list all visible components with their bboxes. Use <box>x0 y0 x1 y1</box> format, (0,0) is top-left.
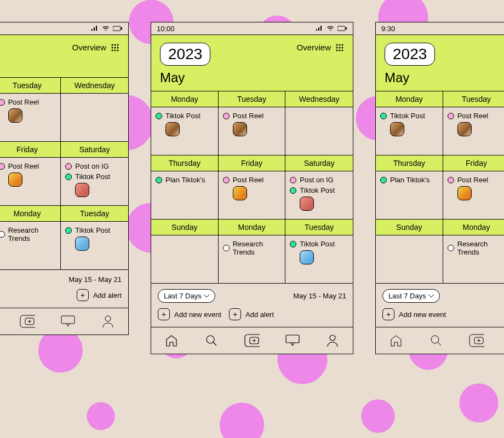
overview-button[interactable]: Overview <box>72 43 119 52</box>
svg-rect-13 <box>245 335 260 347</box>
overview-button[interactable]: Overview <box>296 43 344 52</box>
calendar-header: 2023 Overview May <box>151 34 353 91</box>
event-dot <box>156 177 162 183</box>
svg-point-26 <box>117 47 119 48</box>
event-thumbnail[interactable] <box>300 250 314 264</box>
svg-point-23 <box>117 44 119 45</box>
event-thumbnail[interactable] <box>233 186 247 200</box>
svg-point-29 <box>117 49 119 51</box>
day-head-sun: Sunday <box>151 220 219 235</box>
plus-icon: + <box>229 308 241 320</box>
day-header-row-2: Thursday Friday Saturday <box>151 155 353 171</box>
event-label: Tiktok Post <box>165 112 201 120</box>
event-dot <box>223 245 230 251</box>
cell-fri[interactable]: Post Reel <box>219 171 286 220</box>
actions-row: + Add new event + Add alert <box>151 308 353 327</box>
signal-icon <box>316 26 323 31</box>
event-dot <box>223 177 230 183</box>
search-icon[interactable] <box>204 334 219 347</box>
day-head-mon2: Monday <box>219 220 286 235</box>
day-cells-row-2: Plan Tiktok's Post Reel Post on IG Tikto… <box>151 171 353 220</box>
cell-mon-1[interactable]: Tiktok Post <box>151 107 219 155</box>
svg-point-2 <box>336 44 338 45</box>
svg-point-35 <box>105 316 111 321</box>
svg-point-25 <box>114 47 116 48</box>
add-event-button[interactable]: + Add new event <box>158 308 221 320</box>
phone-frame-left: Overview TuesdayWednesday Post Reel Frid… <box>0 22 129 335</box>
svg-point-4 <box>342 44 343 45</box>
event-dot <box>223 113 230 119</box>
event-label: Plan Tiktok's <box>165 176 205 184</box>
cell-wed-1[interactable] <box>285 107 353 155</box>
svg-point-6 <box>339 47 341 48</box>
bottom-nav <box>151 327 353 354</box>
event-dot <box>290 241 296 247</box>
day-head-sat: Saturday <box>285 155 353 171</box>
event-thumbnail[interactable] <box>300 197 314 211</box>
event-thumbnail[interactable] <box>233 122 247 136</box>
wifi-icon <box>327 26 334 31</box>
cell-sat[interactable]: Post on IG Tiktok Post <box>285 171 353 220</box>
svg-line-12 <box>213 342 216 345</box>
cell-tue-1[interactable]: Post Reel <box>219 107 286 155</box>
date-range: May 15 - May 21 <box>293 292 346 300</box>
svg-point-27 <box>112 49 113 51</box>
add-alert-button[interactable]: + Add alert <box>229 308 274 320</box>
home-icon[interactable] <box>164 334 179 347</box>
add-event-label: Add new event <box>174 310 221 319</box>
day-head-wed: Wednesday <box>285 91 353 107</box>
cell-sun[interactable] <box>151 235 219 284</box>
grid-icon <box>335 43 344 52</box>
svg-point-7 <box>342 47 343 48</box>
event-label: Post Reel <box>233 112 264 120</box>
event-label: Tiktok Post <box>300 186 335 194</box>
footer-meta: Last 7 Days May 15 - May 21 <box>151 284 353 308</box>
svg-point-18 <box>330 335 335 341</box>
profile-icon[interactable] <box>325 334 340 347</box>
day-header-row-1: Monday Tuesday Wednesday <box>151 91 353 107</box>
svg-point-22 <box>114 44 116 45</box>
day-head-tue2: Tuesday <box>285 220 353 235</box>
svg-point-9 <box>339 49 341 51</box>
svg-rect-30 <box>20 315 35 327</box>
svg-point-3 <box>339 44 341 45</box>
status-time: 10:00 <box>157 25 175 33</box>
status-bar: 10:00 <box>151 22 353 34</box>
day-header-row-3: Sunday Monday Tuesday <box>151 220 353 235</box>
svg-point-28 <box>114 49 116 51</box>
svg-point-36 <box>431 336 439 343</box>
overview-label: Overview <box>296 43 331 52</box>
event-label: Post on IG <box>300 176 333 184</box>
svg-point-24 <box>112 47 113 48</box>
svg-rect-38 <box>469 335 484 347</box>
day-head-thu: Thursday <box>151 155 219 171</box>
status-icons <box>316 26 347 31</box>
event-label: Tiktok Post <box>300 240 335 248</box>
month-label: May <box>160 70 344 85</box>
event-label: Post Reel <box>233 176 264 184</box>
add-icon[interactable] <box>244 334 260 347</box>
svg-line-37 <box>438 342 441 345</box>
phone-frame-center: 10:00 2023 Overview May Monday Tuesday W… <box>151 22 353 354</box>
range-pill[interactable]: Last 7 Days <box>158 289 215 303</box>
year-pill[interactable]: 2023 <box>160 43 210 66</box>
range-label: Last 7 Days <box>164 292 202 300</box>
svg-rect-20 <box>121 27 122 30</box>
event-dot <box>290 187 296 194</box>
event-label: Research Trends <box>233 240 281 256</box>
plus-icon: + <box>158 308 170 320</box>
cell-tue-2[interactable]: Tiktok Post <box>285 235 353 284</box>
add-alert-label: Add alert <box>245 310 274 319</box>
day-head-tue: Tuesday <box>219 91 286 107</box>
event-dot <box>290 177 296 183</box>
svg-point-5 <box>336 47 338 48</box>
event-thumbnail[interactable] <box>165 122 180 136</box>
cell-thu[interactable]: Plan Tiktok's <box>151 171 219 220</box>
svg-rect-1 <box>346 27 347 30</box>
day-head-fri: Friday <box>219 155 286 171</box>
cell-mon-2[interactable]: Research Trends <box>219 235 286 284</box>
chat-icon[interactable] <box>285 334 300 347</box>
day-cells-row-3: Research Trends Tiktok Post <box>151 235 353 284</box>
chevron-down-icon <box>204 295 209 298</box>
svg-rect-0 <box>337 26 345 31</box>
